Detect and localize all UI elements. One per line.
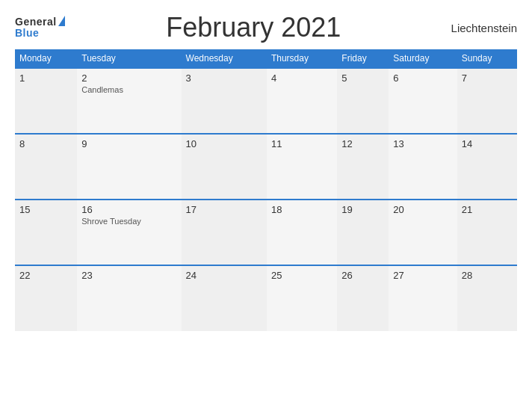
- header-tuesday: Tuesday: [77, 49, 181, 68]
- header-wednesday: Wednesday: [182, 49, 267, 68]
- day-number: 23: [81, 270, 176, 281]
- day-number: 24: [186, 270, 262, 281]
- day-number: 13: [393, 138, 452, 149]
- calendar-day-cell: 4: [267, 68, 337, 134]
- day-number: 27: [393, 270, 452, 281]
- calendar-day-cell: 20: [389, 200, 457, 265]
- calendar-week-row: 891011121314: [15, 134, 517, 200]
- day-number: 1: [19, 72, 72, 84]
- logo-blue-text: Blue: [15, 28, 65, 39]
- logo-flag-icon: [58, 16, 65, 26]
- country-label: Liechtenstein: [442, 22, 517, 34]
- calendar-day-cell: 15: [15, 200, 77, 265]
- day-event: Candlemas: [81, 85, 176, 94]
- day-number: 14: [462, 138, 513, 149]
- day-number: 12: [341, 138, 384, 149]
- header: General Blue February 2021 Liechtenstein: [15, 12, 517, 43]
- day-number: 25: [271, 270, 332, 281]
- calendar-day-cell: 3: [182, 68, 267, 134]
- day-number: 20: [393, 204, 452, 215]
- day-number: 7: [462, 72, 513, 84]
- calendar-header: Monday Tuesday Wednesday Thursday Friday…: [15, 49, 517, 68]
- calendar-day-cell: 27: [389, 265, 457, 331]
- day-event: Shrove Tuesday: [81, 217, 176, 226]
- calendar-week-row: 1516Shrove Tuesday1718192021: [15, 200, 517, 265]
- calendar-day-cell: 11: [267, 134, 337, 200]
- calendar-day-cell: 6: [389, 68, 457, 134]
- calendar-day-cell: 2Candlemas: [77, 68, 181, 134]
- day-number: 9: [81, 138, 176, 149]
- day-number: 2: [81, 72, 176, 84]
- day-number: 26: [341, 270, 384, 281]
- day-number: 4: [271, 72, 332, 84]
- calendar-week-row: 22232425262728: [15, 265, 517, 331]
- header-monday: Monday: [15, 49, 77, 68]
- calendar-day-cell: 10: [182, 134, 267, 200]
- header-thursday: Thursday: [267, 49, 337, 68]
- calendar-day-cell: 9: [77, 134, 181, 200]
- logo: General Blue: [15, 16, 65, 40]
- calendar-day-cell: 7: [457, 68, 517, 134]
- logo-text: General Blue: [15, 16, 65, 40]
- header-friday: Friday: [337, 49, 389, 68]
- day-number: 16: [81, 204, 176, 215]
- calendar-day-cell: 8: [15, 134, 77, 200]
- calendar-day-cell: 14: [457, 134, 517, 200]
- calendar-day-cell: 5: [337, 68, 389, 134]
- day-number: 19: [341, 204, 384, 215]
- calendar-day-cell: 18: [267, 200, 337, 265]
- day-number: 22: [19, 270, 72, 281]
- calendar-day-cell: 16Shrove Tuesday: [77, 200, 181, 265]
- day-number: 18: [271, 204, 332, 215]
- calendar-week-row: 12Candlemas34567: [15, 68, 517, 134]
- calendar-day-cell: 13: [389, 134, 457, 200]
- calendar-day-cell: 24: [182, 265, 267, 331]
- calendar-table: Monday Tuesday Wednesday Thursday Friday…: [15, 49, 517, 331]
- day-number: 10: [186, 138, 262, 149]
- calendar-day-cell: 25: [267, 265, 337, 331]
- page-title: February 2021: [65, 12, 442, 43]
- day-number: 15: [19, 204, 72, 215]
- day-number: 28: [462, 270, 513, 281]
- calendar-body: 12Candlemas345678910111213141516Shrove T…: [15, 68, 517, 331]
- calendar-day-cell: 21: [457, 200, 517, 265]
- day-number: 6: [393, 72, 452, 84]
- calendar-page: General Blue February 2021 Liechtenstein…: [0, 0, 532, 411]
- calendar-day-cell: 28: [457, 265, 517, 331]
- calendar-day-cell: 23: [77, 265, 181, 331]
- day-number: 21: [462, 204, 513, 215]
- day-number: 3: [186, 72, 262, 84]
- calendar-day-cell: 12: [337, 134, 389, 200]
- day-number: 8: [19, 138, 72, 149]
- day-number: 5: [341, 72, 384, 84]
- header-sunday: Sunday: [457, 49, 517, 68]
- calendar-day-cell: 17: [182, 200, 267, 265]
- calendar-day-cell: 19: [337, 200, 389, 265]
- calendar-day-cell: 26: [337, 265, 389, 331]
- header-saturday: Saturday: [389, 49, 457, 68]
- logo-general-text: General: [15, 16, 65, 28]
- weekday-header-row: Monday Tuesday Wednesday Thursday Friday…: [15, 49, 517, 68]
- day-number: 11: [271, 138, 332, 149]
- calendar-day-cell: 22: [15, 265, 77, 331]
- calendar-day-cell: 1: [15, 68, 77, 134]
- day-number: 17: [186, 204, 262, 215]
